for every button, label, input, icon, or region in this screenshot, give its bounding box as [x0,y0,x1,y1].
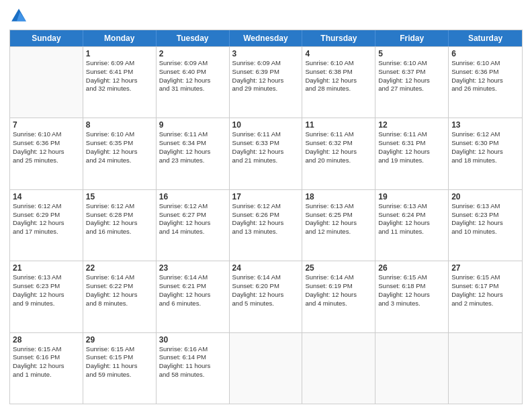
calendar-cell: 13Sunrise: 6:12 AM Sunset: 6:30 PM Dayli… [449,118,522,189]
day-info: Sunrise: 6:16 AM Sunset: 6:14 PM Dayligh… [159,345,226,379]
day-info: Sunrise: 6:10 AM Sunset: 6:36 PM Dayligh… [451,59,519,93]
day-number: 17 [232,192,300,201]
calendar-cell: 14Sunrise: 6:12 AM Sunset: 6:29 PM Dayli… [10,190,83,261]
day-info: Sunrise: 6:12 AM Sunset: 6:30 PM Dayligh… [451,130,519,165]
calendar-cell: 28Sunrise: 6:15 AM Sunset: 6:16 PM Dayli… [10,333,83,404]
day-number: 5 [378,49,445,58]
day-number: 20 [451,192,519,201]
day-info: Sunrise: 6:13 AM Sunset: 6:23 PM Dayligh… [13,273,80,308]
calendar-cell: 25Sunrise: 6:14 AM Sunset: 6:19 PM Dayli… [302,261,375,332]
day-info: Sunrise: 6:12 AM Sunset: 6:26 PM Dayligh… [232,202,300,236]
calendar-cell: 2Sunrise: 6:09 AM Sunset: 6:40 PM Daylig… [157,47,230,118]
day-number: 18 [305,192,372,201]
calendar-cell: 30Sunrise: 6:16 AM Sunset: 6:14 PM Dayli… [157,333,230,404]
day-info: Sunrise: 6:11 AM Sunset: 6:32 PM Dayligh… [305,130,372,165]
calendar-cell: 7Sunrise: 6:10 AM Sunset: 6:36 PM Daylig… [10,118,83,189]
calendar-cell: 16Sunrise: 6:12 AM Sunset: 6:27 PM Dayli… [157,190,230,261]
day-info: Sunrise: 6:11 AM Sunset: 6:34 PM Dayligh… [159,130,226,165]
calendar-cell [230,333,303,404]
day-info: Sunrise: 6:12 AM Sunset: 6:29 PM Dayligh… [13,202,80,236]
calendar-cell: 22Sunrise: 6:14 AM Sunset: 6:22 PM Dayli… [83,261,157,332]
calendar-cell [302,333,375,404]
calendar-cell: 17Sunrise: 6:12 AM Sunset: 6:26 PM Dayli… [230,190,303,261]
calendar-cell: 29Sunrise: 6:15 AM Sunset: 6:15 PM Dayli… [83,333,157,404]
calendar-cell: 6Sunrise: 6:10 AM Sunset: 6:36 PM Daylig… [449,47,522,118]
day-info: Sunrise: 6:15 AM Sunset: 6:16 PM Dayligh… [13,345,80,379]
calendar-cell: 8Sunrise: 6:10 AM Sunset: 6:35 PM Daylig… [83,118,157,189]
day-info: Sunrise: 6:10 AM Sunset: 6:36 PM Dayligh… [13,130,80,165]
header [9,7,523,26]
calendar-cell: 19Sunrise: 6:13 AM Sunset: 6:24 PM Dayli… [375,190,449,261]
day-info: Sunrise: 6:13 AM Sunset: 6:25 PM Dayligh… [305,202,372,236]
calendar-header-cell: Tuesday [157,30,230,46]
calendar-cell: 21Sunrise: 6:13 AM Sunset: 6:23 PM Dayli… [10,261,83,332]
calendar-row: 1Sunrise: 6:09 AM Sunset: 6:41 PM Daylig… [10,46,522,118]
day-info: Sunrise: 6:10 AM Sunset: 6:38 PM Dayligh… [305,59,372,93]
day-info: Sunrise: 6:10 AM Sunset: 6:35 PM Dayligh… [86,130,153,165]
day-info: Sunrise: 6:14 AM Sunset: 6:19 PM Dayligh… [305,273,372,308]
day-info: Sunrise: 6:15 AM Sunset: 6:17 PM Dayligh… [451,273,519,308]
calendar: SundayMondayTuesdayWednesdayThursdayFrid… [9,30,523,404]
day-info: Sunrise: 6:12 AM Sunset: 6:27 PM Dayligh… [159,202,226,236]
day-number: 26 [378,263,445,273]
calendar-row: 7Sunrise: 6:10 AM Sunset: 6:36 PM Daylig… [10,118,522,189]
day-number: 11 [305,120,372,130]
day-number: 9 [159,120,226,130]
day-info: Sunrise: 6:14 AM Sunset: 6:21 PM Dayligh… [159,273,226,308]
day-number: 22 [86,263,153,273]
calendar-cell [449,333,522,404]
calendar-cell: 20Sunrise: 6:13 AM Sunset: 6:23 PM Dayli… [449,190,522,261]
day-number: 27 [451,263,519,273]
day-info: Sunrise: 6:13 AM Sunset: 6:23 PM Dayligh… [451,202,519,236]
day-info: Sunrise: 6:11 AM Sunset: 6:33 PM Dayligh… [232,130,300,165]
day-number: 13 [451,120,519,130]
day-number: 24 [232,263,300,273]
logo [9,7,31,26]
calendar-cell [375,333,449,404]
calendar-body: 1Sunrise: 6:09 AM Sunset: 6:41 PM Daylig… [10,46,522,404]
calendar-cell: 12Sunrise: 6:11 AM Sunset: 6:31 PM Dayli… [375,118,449,189]
calendar-cell: 10Sunrise: 6:11 AM Sunset: 6:33 PM Dayli… [230,118,303,189]
calendar-cell: 24Sunrise: 6:14 AM Sunset: 6:20 PM Dayli… [230,261,303,332]
calendar-header-cell: Saturday [449,30,522,46]
day-number: 7 [13,120,80,130]
day-number: 19 [378,192,445,201]
day-number: 12 [378,120,445,130]
calendar-cell: 27Sunrise: 6:15 AM Sunset: 6:17 PM Dayli… [449,261,522,332]
day-info: Sunrise: 6:12 AM Sunset: 6:28 PM Dayligh… [86,202,153,236]
day-number: 4 [305,49,372,58]
day-info: Sunrise: 6:09 AM Sunset: 6:41 PM Dayligh… [86,59,153,93]
logo-icon [9,7,28,26]
calendar-cell [10,47,83,118]
day-info: Sunrise: 6:15 AM Sunset: 6:18 PM Dayligh… [378,273,445,308]
calendar-cell: 23Sunrise: 6:14 AM Sunset: 6:21 PM Dayli… [157,261,230,332]
day-info: Sunrise: 6:11 AM Sunset: 6:31 PM Dayligh… [378,130,445,165]
day-number: 3 [232,49,300,58]
calendar-header-cell: Thursday [302,30,375,46]
day-number: 14 [13,192,80,201]
day-number: 25 [305,263,372,273]
day-info: Sunrise: 6:09 AM Sunset: 6:40 PM Dayligh… [159,59,226,93]
day-number: 16 [159,192,226,201]
calendar-row: 21Sunrise: 6:13 AM Sunset: 6:23 PM Dayli… [10,261,522,332]
day-number: 6 [451,49,519,58]
calendar-cell: 9Sunrise: 6:11 AM Sunset: 6:34 PM Daylig… [157,118,230,189]
day-number: 10 [232,120,300,130]
calendar-row: 14Sunrise: 6:12 AM Sunset: 6:29 PM Dayli… [10,189,522,261]
calendar-header-cell: Sunday [10,30,83,46]
day-number: 21 [13,263,80,273]
day-info: Sunrise: 6:14 AM Sunset: 6:20 PM Dayligh… [232,273,300,308]
calendar-cell: 3Sunrise: 6:09 AM Sunset: 6:39 PM Daylig… [230,47,303,118]
calendar-header: SundayMondayTuesdayWednesdayThursdayFrid… [10,30,522,46]
calendar-header-cell: Wednesday [230,30,303,46]
page: SundayMondayTuesdayWednesdayThursdayFrid… [0,0,532,411]
day-info: Sunrise: 6:14 AM Sunset: 6:22 PM Dayligh… [86,273,153,308]
calendar-header-cell: Friday [375,30,449,46]
day-info: Sunrise: 6:15 AM Sunset: 6:15 PM Dayligh… [86,345,153,379]
day-info: Sunrise: 6:10 AM Sunset: 6:37 PM Dayligh… [378,59,445,93]
day-number: 2 [159,49,226,58]
calendar-cell: 26Sunrise: 6:15 AM Sunset: 6:18 PM Dayli… [375,261,449,332]
calendar-cell: 11Sunrise: 6:11 AM Sunset: 6:32 PM Dayli… [302,118,375,189]
day-number: 28 [13,335,80,345]
day-number: 1 [86,49,153,58]
